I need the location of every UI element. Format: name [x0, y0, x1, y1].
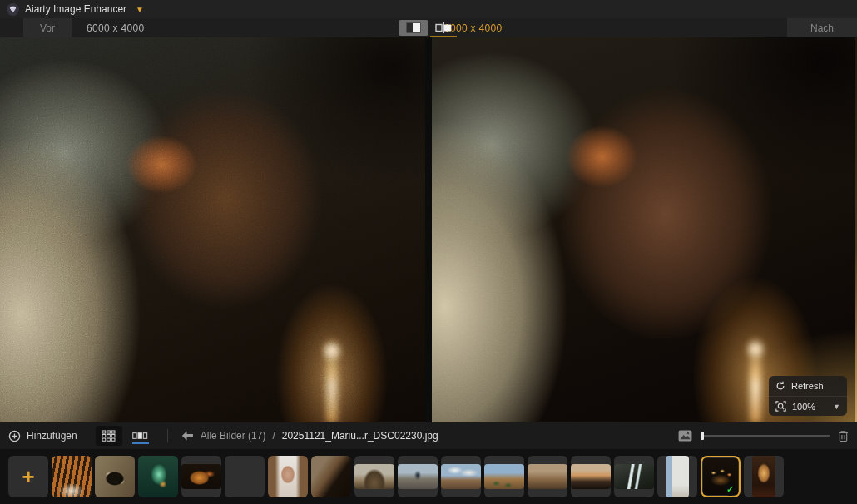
thumbnail-mountain[interactable]	[354, 456, 394, 497]
thumbnail-girl[interactable]	[268, 456, 308, 497]
thumbnail-tower[interactable]	[657, 456, 697, 497]
thumbnail-tiger[interactable]	[52, 456, 92, 497]
after-tab[interactable]: Nach	[787, 18, 857, 37]
title-bar: Aiarty Image Enhancer ▼	[0, 0, 857, 18]
split-view-icon	[406, 22, 421, 33]
thumbnail-sunset[interactable]	[571, 456, 611, 497]
thumbnail-waterfall[interactable]	[614, 456, 654, 497]
add-images-button[interactable]: Hinzufügen	[8, 430, 77, 442]
zoom-level-dropdown[interactable]: 100% ▼	[769, 396, 847, 416]
mountain-photo	[354, 464, 394, 489]
add-image-tile[interactable]: +	[8, 456, 48, 497]
archway-photo	[752, 456, 775, 497]
noise-grain-overlay	[0, 37, 425, 422]
refresh-icon	[775, 381, 785, 391]
before-size-label: 6000 x 4000	[72, 22, 159, 34]
slider-track	[701, 435, 830, 437]
viewer: Refresh 100% ▼	[0, 37, 857, 422]
refresh-button[interactable]: Refresh	[769, 376, 847, 396]
breadcrumb-filename: 20251121_Mariu...r_DSC02230.jpg	[282, 430, 438, 442]
app-logo-icon	[7, 3, 19, 16]
slider-view-icon	[435, 22, 452, 33]
zoom-level-value: 100%	[792, 402, 815, 412]
panorama-photo	[441, 464, 481, 489]
breadcrumb-separator: /	[272, 430, 275, 442]
thumbnail-panorama[interactable]	[441, 456, 481, 497]
chevron-down-icon: ▼	[136, 5, 144, 14]
app-title: Aiarty Image Enhancer	[25, 3, 126, 15]
thumbnail-size-controls	[678, 430, 849, 442]
thumbnail-strip: + ✓	[0, 449, 857, 504]
trash-icon[interactable]	[838, 430, 849, 442]
chevron-down-icon: ▼	[833, 403, 840, 411]
aiarty-image-enhancer-window: Aiarty Image Enhancer ▼ Vor 6000 x 4000 …	[0, 0, 857, 504]
plus-circle-icon	[8, 430, 21, 442]
back-arrow-icon[interactable]	[181, 431, 194, 441]
burger-photo	[181, 464, 221, 489]
thumbnail-dune[interactable]	[311, 456, 351, 497]
gallery-view-switcher	[96, 426, 154, 446]
side-by-side-view-button[interactable]	[399, 20, 428, 36]
compare-view-toggle	[399, 20, 458, 36]
breadcrumb: Alle Bilder (17) / 20251121_Mariu...r_DS…	[181, 430, 438, 442]
add-images-label: Hinzufügen	[27, 430, 77, 442]
candle-flame-core	[325, 344, 339, 358]
dog-photo	[225, 456, 265, 497]
thumbnail-size-slider[interactable]	[701, 431, 830, 441]
compare-bar: Vor 6000 x 4000 6000 x 4000 Nach	[0, 18, 857, 37]
app-menu[interactable]: Aiarty Image Enhancer ▼	[7, 3, 144, 16]
thumbnail-climber[interactable]	[398, 456, 438, 497]
zoom-magnifier-icon	[775, 401, 786, 412]
thumbnail-nightshop[interactable]: ✓	[701, 456, 741, 497]
filmstrip-view-button[interactable]	[127, 426, 154, 446]
tower-photo	[666, 456, 689, 497]
thumbnail-dog[interactable]	[225, 456, 265, 497]
plus-icon: +	[22, 464, 34, 490]
butterfly-photo	[95, 456, 135, 497]
grid-view-icon	[102, 430, 116, 442]
climber-photo	[398, 464, 438, 489]
thumbnail-butterfly[interactable]	[95, 456, 135, 497]
refresh-label: Refresh	[791, 381, 824, 391]
tiger-photo	[52, 456, 92, 497]
filmstrip-active-underline	[132, 442, 149, 444]
filmstrip-view-icon	[132, 432, 148, 440]
thumbnail-fortress[interactable]	[484, 456, 524, 497]
panel-divider	[425, 37, 432, 422]
fantasy-photo	[138, 456, 178, 497]
breadcrumb-all-images[interactable]: Alle Bilder (17)	[201, 430, 266, 442]
thumbnail-archway[interactable]	[744, 456, 784, 497]
waterfall-photo	[614, 464, 654, 489]
slider-handle[interactable]	[701, 432, 704, 440]
selected-check-icon: ✓	[724, 483, 736, 496]
bottom-toolbar: Hinzufügen Alle Bilder (17) /	[0, 422, 857, 449]
noise-grain-overlay	[432, 37, 857, 422]
thumbnail-burger[interactable]	[181, 456, 221, 497]
girl-photo	[268, 456, 308, 497]
viewer-controls-overlay: Refresh 100% ▼	[769, 376, 847, 416]
thumbnail-canyon[interactable]	[528, 456, 567, 497]
canyon-photo	[528, 464, 567, 489]
toolbar-separator	[167, 429, 168, 442]
before-tab[interactable]: Vor	[23, 18, 72, 37]
dune-photo	[311, 456, 351, 497]
before-image-panel[interactable]	[0, 37, 425, 422]
thumbnail-fantasy[interactable]	[138, 456, 178, 497]
slider-view-button[interactable]	[428, 20, 458, 36]
candle-flame-core	[749, 343, 762, 356]
grid-view-button[interactable]	[96, 426, 122, 446]
image-icon	[678, 430, 692, 442]
sunset-photo	[571, 464, 611, 489]
after-image-panel[interactable]: Refresh 100% ▼	[432, 37, 857, 422]
fortress-photo	[484, 464, 524, 489]
